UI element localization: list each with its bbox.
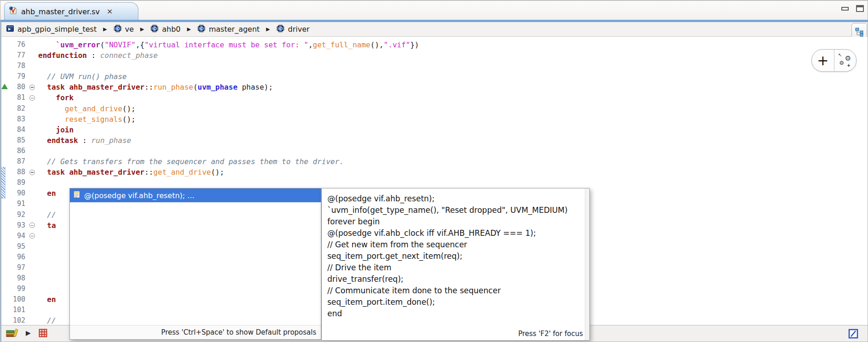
proposal-preview-popup: @(posedge vif.ahb_resetn);`uvm_info(get_… (321, 188, 590, 341)
fold-collapse-icon[interactable] (28, 222, 36, 228)
code-text[interactable]: endfunction : connect_phase (36, 50, 868, 61)
preview-scrollbar[interactable] (585, 188, 589, 340)
code-text[interactable]: endtask : run_phase (36, 135, 868, 146)
svg-text:C: C (280, 26, 282, 30)
breadcrumb-item-label: driver (288, 25, 309, 34)
code-text[interactable]: task ahb_master_driver::run_phase(uvm_ph… (36, 82, 868, 92)
svg-text:C: C (116, 26, 119, 30)
breadcrumb-item-driver[interactable]: Cdriver (276, 24, 309, 34)
green-arrow-marker (1, 84, 8, 89)
code-line: 87 // Gets transfers from the sequencer … (0, 156, 868, 167)
tab-title: ahb_master_driver.sv (21, 7, 100, 16)
line-number: 91 (7, 199, 28, 209)
preview-code-line: forever begin (327, 216, 583, 228)
line-number: 76 (7, 40, 28, 50)
add-button[interactable]: + (812, 50, 834, 71)
code-text[interactable]: // Gets transfers from the sequencer and… (36, 156, 868, 167)
preview-code-line: // Drive the item (327, 262, 583, 274)
breadcrumb-separator-icon: ▶ (187, 26, 191, 32)
code-line: 84 join (0, 125, 868, 135)
line-number: 82 (7, 103, 28, 114)
preview-code-line: // Communicate item done to the sequence… (327, 285, 583, 296)
svg-text:C: C (154, 26, 156, 30)
line-number: 98 (7, 273, 28, 284)
breadcrumb-item-apb_gpio_simple_test[interactable]: apb_gpio_simple_test (6, 24, 97, 34)
line-number: 77 (7, 50, 28, 61)
line-number: 90 (7, 188, 28, 199)
assist-footer: Press 'Ctrl+Space' to show Default propo… (70, 325, 321, 339)
code-line: 86 (0, 146, 868, 156)
breadcrumb-item-label: apb_gpio_simple_test (17, 25, 97, 34)
tab-ahb-master-driver[interactable]: ahb_master_driver.sv × (4, 2, 138, 20)
breadcrumb-item-ve[interactable]: Cve (114, 24, 134, 34)
line-number: 81 (7, 92, 28, 103)
code-text[interactable]: fork (36, 92, 868, 103)
maximize-view-icon[interactable] (856, 5, 864, 12)
fold-collapse-icon[interactable] (28, 95, 36, 101)
minimize-view-icon[interactable] (841, 7, 849, 11)
preview-footer: Press 'F2' for focus (518, 330, 583, 338)
library-books-icon[interactable] (6, 328, 18, 338)
breadcrumb-separator-icon: ▶ (266, 26, 270, 32)
breadcrumb: apb_gpio_simple_test▶Cve▶Cahb0▶Cmaster_a… (0, 22, 868, 37)
breadcrumb-separator-icon: ▶ (140, 26, 144, 32)
fold-collapse-icon[interactable] (28, 85, 36, 90)
preview-code-line: @(posedge vif.ahb_clock iff vif.AHB_HREA… (327, 228, 583, 239)
content-assist-popup: @(posedge vif.ahb_resetn); ... Press 'Ct… (69, 188, 321, 340)
line-number: 99 (7, 284, 28, 294)
proposal-item-selected[interactable]: @(posedge vif.ahb_resetn); ... (70, 188, 321, 202)
breadcrumb-item-ahb0[interactable]: Cahb0 (150, 24, 180, 34)
code-line: 88 task ahb_master_driver::get_and_drive… (0, 167, 868, 177)
breadcrumb-item-label: ve (125, 25, 134, 34)
code-line: 78 (0, 61, 868, 71)
gears-icon: ↖⚙⚙+ (839, 55, 851, 67)
code-text[interactable]: // UVM run() phase (36, 71, 868, 82)
preview-code-line: end (327, 308, 583, 319)
breadcrumb-item-label: ahb0 (162, 25, 180, 34)
proposal-preview-code: @(posedge vif.ahb_resetn);`uvm_info(get_… (327, 193, 583, 319)
code-line: 79 // UVM run() phase (0, 71, 868, 82)
tab-close-icon[interactable]: × (107, 8, 113, 15)
dvt-eclipse-editor-window: ahb_master_driver.sv × apb_gpio_simple_t… (0, 0, 868, 342)
preview-code-line: // Get new item from the sequencer (327, 239, 583, 251)
code-text[interactable]: reset_signals(); (36, 114, 868, 125)
fold-collapse-icon[interactable] (28, 170, 36, 175)
hierarchy-icon (855, 28, 864, 37)
code-line: 80 task ahb_master_driver::run_phase(uvm… (0, 82, 868, 92)
component-chip-icon: C (150, 24, 159, 34)
window-left-edge (0, 22, 1, 342)
line-number: 87 (7, 156, 28, 167)
breadcrumb-item-master_agent[interactable]: Cmaster_agent (197, 24, 260, 34)
line-number: 102 (7, 315, 28, 325)
smart-insert-icon[interactable] (848, 329, 858, 341)
code-line: 81 fork (0, 92, 868, 103)
line-number: 86 (7, 146, 28, 156)
proposal-label: @(posedge vif.ahb_resetn); ... (84, 191, 194, 200)
line-number: 78 (7, 61, 28, 71)
code-text[interactable]: get_and_drive(); (36, 103, 868, 114)
red-grid-icon[interactable] (39, 329, 47, 337)
code-text[interactable]: task ahb_master_driver::get_and_drive(); (36, 167, 868, 177)
systemverilog-file-icon (9, 6, 17, 17)
breadcrumb-item-label: master_agent (209, 25, 260, 34)
fold-collapse-icon[interactable] (28, 233, 36, 239)
editor-overlay-toolbar: + ↖⚙⚙+ (811, 49, 857, 72)
line-number: 93 (7, 220, 28, 231)
editor-tab-bar: ahb_master_driver.sv × (0, 0, 868, 20)
line-number: 85 (7, 135, 28, 146)
code-line: 77endfunction : connect_phase (0, 50, 868, 61)
code-text[interactable]: join (36, 125, 868, 135)
preview-code-line: `uvm_info(get_type_name(), "Reset droppe… (327, 205, 583, 216)
code-line: 85 endtask : run_phase (0, 135, 868, 146)
code-line: 83 reset_signals(); (0, 114, 868, 125)
line-number: 89 (7, 177, 28, 188)
play-arrow-icon[interactable]: ▶ (26, 329, 31, 336)
line-number: 88 (7, 167, 28, 177)
component-chip-icon: C (114, 24, 122, 34)
svg-text:C: C (200, 26, 203, 30)
preview-code-line: seq_item_port.get_next_item(req); (327, 251, 583, 262)
settings-gears-button[interactable]: ↖⚙⚙+ (834, 50, 857, 71)
line-number: 94 (7, 231, 28, 241)
code-text[interactable]: `uvm_error("NOVIF",{"virtual interface m… (36, 40, 868, 50)
line-number: 97 (7, 262, 28, 273)
